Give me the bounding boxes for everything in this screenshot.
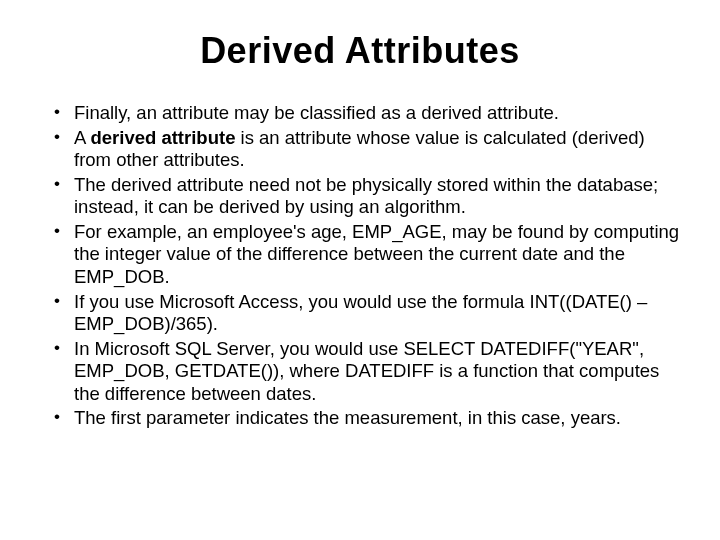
list-item: Finally, an attribute may be classified … xyxy=(50,102,680,125)
page-title: Derived Attributes xyxy=(40,30,680,72)
list-item: The derived attribute need not be physic… xyxy=(50,174,680,219)
list-item: The first parameter indicates the measur… xyxy=(50,407,680,430)
bullet-text: If you use Microsoft Access, you would u… xyxy=(74,291,647,335)
bullet-text: The first parameter indicates the measur… xyxy=(74,407,621,428)
bullet-list: Finally, an attribute may be classified … xyxy=(40,102,680,430)
bullet-text: For example, an employee's age, EMP_AGE,… xyxy=(74,221,679,287)
bullet-text: In Microsoft SQL Server, you would use S… xyxy=(74,338,659,404)
list-item: For example, an employee's age, EMP_AGE,… xyxy=(50,221,680,289)
bullet-text: A xyxy=(74,127,90,148)
slide: Derived Attributes Finally, an attribute… xyxy=(0,0,720,540)
list-item: In Microsoft SQL Server, you would use S… xyxy=(50,338,680,406)
bullet-bold: derived attribute xyxy=(90,127,235,148)
bullet-text: Finally, an attribute may be classified … xyxy=(74,102,559,123)
list-item: A derived attribute is an attribute whos… xyxy=(50,127,680,172)
list-item: If you use Microsoft Access, you would u… xyxy=(50,291,680,336)
bullet-text: The derived attribute need not be physic… xyxy=(74,174,658,218)
